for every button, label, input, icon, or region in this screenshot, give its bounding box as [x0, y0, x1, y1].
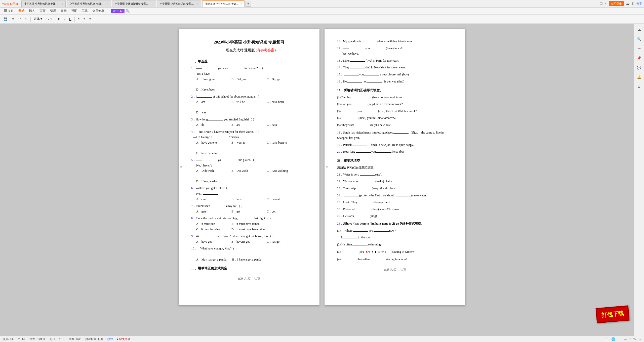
register-button[interactable]: 立即登录: [609, 1, 624, 6]
q8-options-2: C．it must be rained D．it must have been …: [196, 227, 307, 232]
option-d: D．have been in: [196, 151, 226, 156]
option-a: A．May has got a panda.: [196, 257, 227, 263]
edit-sidebar-icon[interactable]: ✏: [635, 45, 643, 52]
tab-5[interactable]: 小学英语 小升初知识点 专题... ×: [202, 1, 245, 7]
blank: [360, 175, 375, 176]
align-right-button[interactable]: ≡: [88, 17, 93, 21]
blank: [342, 260, 357, 260]
section4-sub: 用所给单词的适当形式填空。: [337, 165, 453, 170]
blank: [202, 161, 217, 161]
wps-toolbar-inline[interactable]: S 中 ✦ ⬆ 📖 智 ⚙ ⋯: [365, 249, 391, 255]
undo-button[interactable]: ↩: [17, 17, 22, 21]
blank: [342, 238, 357, 238]
tab-1[interactable]: 小学英语 小升初知识点 专题复习－多 ×: [21, 1, 66, 7]
option-b: B．will be: [231, 99, 262, 105]
tab-5-close[interactable]: ×: [240, 3, 242, 5]
q13: 13．Mike(live) in Paris for two years.: [337, 58, 453, 64]
question-3: 3．How longyou studied English?（ ） A．do B…: [191, 117, 307, 128]
tab-1-close[interactable]: ×: [61, 3, 63, 5]
tab-2-close[interactable]: ×: [107, 3, 108, 5]
q14: 14．They(be) in New York for seven years.: [337, 65, 453, 70]
menu-review[interactable]: 审阅: [59, 8, 69, 14]
blank: [343, 119, 358, 119]
menu-vip[interactable]: 会员专享: [90, 8, 106, 14]
option-a: A．have gone to: [196, 140, 226, 146]
italic-button[interactable]: I: [63, 17, 67, 21]
maximize-icon[interactable]: ☐: [599, 2, 603, 6]
blank: [223, 161, 238, 161]
page1-footer: 试卷第1页，共5页: [191, 276, 307, 281]
option-b: B．are: [231, 122, 262, 128]
q5-sub: —No, I haven't.: [193, 164, 213, 167]
option-c: C．have: [267, 122, 297, 128]
bold-button[interactable]: B: [57, 17, 62, 21]
tab-2[interactable]: 小学英语 小升初知识点 专题复习－多 ×: [67, 1, 111, 7]
font-size[interactable]: 12 ▾: [45, 17, 53, 21]
tab-3-close[interactable]: ×: [152, 3, 153, 5]
menu-reference[interactable]: 引用: [48, 8, 58, 14]
tab-4-close[interactable]: ×: [197, 3, 198, 5]
menu-file[interactable]: ☰ 文件: [2, 8, 16, 14]
blank: [200, 237, 215, 237]
menu-insert[interactable]: 插入: [27, 8, 37, 14]
font-name[interactable]: 宋体 ▾: [32, 16, 44, 22]
search-sidebar-icon[interactable]: 🔍: [635, 35, 643, 43]
align-left-button[interactable]: ≡: [76, 17, 81, 21]
blank: [344, 75, 359, 75]
q24: 24．(protect) the Earth, we should(save) …: [337, 193, 453, 198]
status-word-count: 字数: 1603: [69, 337, 81, 341]
blank: [208, 120, 223, 120]
tab-4[interactable]: 小学英语 小升初知识点 专题复习－多 ×: [157, 1, 201, 7]
add-tab-button[interactable]: +: [246, 1, 251, 7]
pin-sidebar-icon[interactable]: 📌: [635, 54, 643, 62]
menu-page[interactable]: 页面: [37, 8, 48, 14]
q9-options: A．have got B．haven't got C．has got: [196, 239, 307, 245]
status-page: 页码: 1/8: [3, 337, 14, 341]
download-badge[interactable]: 打包下载: [596, 305, 630, 323]
status-section: 节: 1/2: [18, 337, 25, 341]
blank: [211, 207, 226, 207]
align-center-button[interactable]: ≡: [82, 17, 87, 21]
cloud-icon[interactable]: ☁: [626, 2, 629, 6]
q11: 11．My grandma is(dance) with her friends…: [337, 39, 453, 44]
q6-options: A．can B．have C．haven't: [196, 197, 307, 202]
cloud-sidebar-icon[interactable]: ☁: [635, 26, 643, 33]
menu-start[interactable]: 开始: [16, 8, 26, 14]
blank: [360, 182, 375, 182]
q5-options: A．Did; wash B．Do; wash C．Are; washing D．…: [196, 168, 307, 184]
view-mode-web[interactable]: 🌐: [611, 337, 615, 341]
q4-sub: —Hi! George. IAmerica.: [193, 135, 239, 139]
share-icon[interactable]: ⬆: [631, 2, 634, 6]
status-proofread[interactable]: 校对: [107, 337, 113, 341]
close-icon[interactable]: ×: [605, 2, 607, 6]
menu-view[interactable]: 视图: [69, 8, 79, 14]
option-c: C．Are; washing: [267, 168, 297, 174]
view-mode-print[interactable]: 📄: [604, 337, 608, 341]
q28-4: (4).they oftenskating in winter?: [337, 257, 453, 262]
option-d: D．Have; washed: [196, 179, 226, 184]
blank: [350, 49, 365, 49]
blank: [356, 152, 371, 153]
zoom-out-button[interactable]: —: [624, 338, 627, 341]
print-button[interactable]: 🖨: [10, 17, 16, 21]
q19: 19．Patrick（find）a new job. He is quite h…: [337, 142, 453, 148]
share-label[interactable]: 分享: [636, 2, 642, 6]
zoom-in-button[interactable]: +: [639, 338, 641, 341]
redo-button[interactable]: ↪: [23, 17, 29, 21]
comment-sidebar-icon[interactable]: 💬: [635, 64, 643, 71]
search-icon[interactable]: 🔍: [126, 9, 130, 13]
tab-3[interactable]: 小学英语 小升初知识点 专题复习－多 ×: [112, 1, 156, 7]
save-button[interactable]: 💾: [2, 17, 9, 21]
option-b: B．haven't got: [231, 239, 262, 245]
view-mode-outline[interactable]: ☰: [618, 337, 621, 341]
q28-2: (2).He oftenswimming.: [337, 242, 453, 247]
option-b: B．Do; wash: [231, 168, 262, 174]
underline-button[interactable]: U: [68, 17, 73, 21]
settings-sidebar-icon[interactable]: ⚙: [635, 83, 643, 91]
option-b: B．Did; go: [231, 77, 262, 82]
document-page-2: ⠿ 11．My grandma is(dance) with her frien…: [325, 29, 465, 305]
menu-tools[interactable]: 工具: [80, 8, 90, 14]
notification-sidebar-icon[interactable]: 🔔: [635, 73, 643, 81]
wps-ai-button[interactable]: WPS AI: [111, 9, 125, 13]
minimize-icon[interactable]: —: [594, 2, 597, 6]
